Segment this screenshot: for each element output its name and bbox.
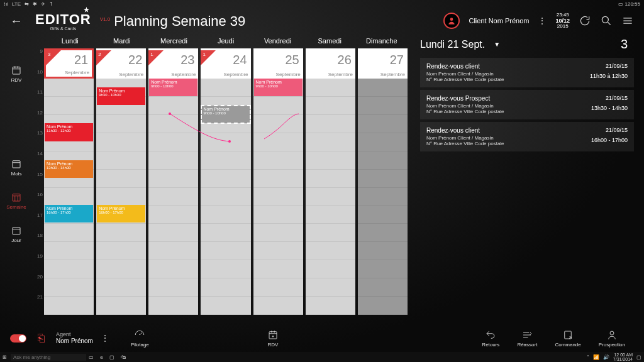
sidebar-rdv[interactable]: RDV bbox=[11, 65, 22, 83]
store-icon[interactable]: 🛍 bbox=[121, 354, 126, 360]
footer-prospection[interactable]: Prospection bbox=[599, 329, 625, 348]
detail-panel: Lundi 21 Sept.▼ 3 Rendez-vous clientNom … bbox=[413, 33, 644, 315]
footer-retours[interactable]: Retours bbox=[482, 329, 499, 348]
svg-point-0 bbox=[450, 18, 453, 21]
bookmark-icon[interactable]: ⎗ bbox=[38, 332, 45, 345]
client-menu[interactable]: ⋮ bbox=[538, 16, 547, 26]
day-header-cell[interactable]: 222Septembre bbox=[96, 48, 146, 79]
calendar-event[interactable]: Nom Prénom16h00 - 17h00 bbox=[45, 205, 93, 222]
tray-volume-icon[interactable]: 🔊 bbox=[603, 354, 609, 360]
sidebar: RDV Mois Semaine Jour bbox=[0, 33, 33, 315]
footer: ⎗ Agent Nom Prénom ⋮ Pilotage RDV Retour… bbox=[0, 324, 644, 352]
task-view-icon[interactable]: ▭ bbox=[89, 354, 94, 360]
footer-commande[interactable]: Commande bbox=[555, 329, 580, 348]
tray-up-icon[interactable]: ˄ bbox=[587, 354, 589, 360]
day-column[interactable]: 222SeptembreNom Prénom9h30 - 10h30Nom Pr… bbox=[96, 48, 146, 315]
day-column[interactable]: 321SeptembreNom Prénom11h30 - 12h30Nom P… bbox=[44, 48, 94, 315]
hour-labels: 9101112131415161718192021 bbox=[33, 48, 44, 315]
footer-pilotage[interactable]: Pilotage bbox=[131, 329, 149, 348]
taskbar-clock[interactable]: 12 00 AM7/31/2014 bbox=[613, 353, 633, 361]
svg-point-1 bbox=[602, 17, 608, 23]
sidebar-mois[interactable]: Mois bbox=[11, 158, 22, 177]
day-column[interactable]: 27Septembre bbox=[358, 48, 408, 315]
cortana-search[interactable] bbox=[11, 354, 86, 361]
calendar: LundiMardiMercrediJeudiVendrediSamediDim… bbox=[33, 33, 413, 315]
page-title: Planning Semaine 39 bbox=[114, 13, 245, 30]
day-column[interactable]: 26Septembre bbox=[306, 48, 355, 315]
day-headers: LundiMardiMercrediJeudiVendrediSamediDim… bbox=[33, 33, 408, 48]
day-header-cell[interactable]: 321Septembre bbox=[44, 48, 94, 79]
svg-rect-5 bbox=[13, 228, 20, 234]
header-date: 23:4510/122015 bbox=[555, 13, 570, 30]
day-header: Jeudi bbox=[200, 33, 252, 48]
client-avatar[interactable] bbox=[443, 13, 460, 29]
chevron-down-icon: ▼ bbox=[494, 41, 500, 48]
day-column[interactable]: 25SeptembreNom Prénom9h00 - 10h00 bbox=[253, 48, 303, 315]
day-header: Mardi bbox=[96, 33, 148, 48]
app-header: ← EDITOR★ Gifts & Cards V1.0 Planning Se… bbox=[0, 8, 644, 33]
appointment-item[interactable]: Rendez-vous clientNom Prénom Client / Ma… bbox=[420, 122, 634, 151]
hamburger-icon[interactable] bbox=[621, 14, 634, 27]
appointment-item[interactable]: Rendez-vous ProspectNom Prénom Client / … bbox=[420, 90, 634, 119]
footer-reassort[interactable]: Réassort bbox=[517, 329, 537, 348]
day-column[interactable]: 124SeptembreNom Prénom9h00 - 10h00 bbox=[201, 48, 250, 315]
day-column[interactable]: 123SeptembreNom Prénom9h00 - 10h00 bbox=[148, 48, 198, 315]
refresh-icon[interactable] bbox=[579, 14, 591, 27]
start-button[interactable]: ⊞ bbox=[3, 354, 7, 360]
sidebar-jour[interactable]: Jour bbox=[11, 225, 22, 243]
device-statusbar: ⁞ılLTE⇆✱✈⤒ ▭ 120:55 bbox=[0, 0, 644, 8]
logo: EDITOR★ Gifts & Cards bbox=[35, 11, 91, 31]
back-button[interactable]: ← bbox=[10, 14, 23, 28]
agent-menu[interactable]: ⋮ bbox=[101, 333, 109, 343]
client-name[interactable]: Client Nom Prénom bbox=[469, 17, 529, 25]
svg-rect-8 bbox=[269, 331, 277, 338]
calendar-event[interactable]: Nom Prénom9h00 - 10h00 bbox=[149, 79, 197, 96]
version-label: V1.0 bbox=[100, 16, 110, 22]
windows-taskbar: ⊞ ▭ e ▢ 🛍 ˄ 📶 🔊 12 00 AM7/31/2014 ▢ bbox=[0, 352, 644, 362]
tray-network-icon[interactable]: 📶 bbox=[593, 354, 599, 360]
day-header-cell[interactable]: 124Septembre bbox=[201, 48, 250, 79]
day-header-cell[interactable]: 25Septembre bbox=[253, 48, 303, 79]
agent-block[interactable]: Agent Nom Prénom bbox=[56, 332, 93, 345]
tray-notifications-icon[interactable]: ▢ bbox=[636, 354, 641, 360]
calendar-event[interactable]: Nom Prénom9h30 - 10h30 bbox=[97, 87, 145, 105]
day-header-cell[interactable]: 27Septembre bbox=[358, 48, 408, 79]
explorer-icon[interactable]: ▢ bbox=[109, 354, 114, 360]
day-columns: 321SeptembreNom Prénom11h30 - 12h30Nom P… bbox=[44, 48, 408, 315]
edge-icon[interactable]: e bbox=[100, 354, 103, 360]
day-header-cell[interactable]: 123Septembre bbox=[148, 48, 198, 79]
calendar-event[interactable]: Nom Prénom9h00 - 10h00 bbox=[201, 106, 250, 123]
svg-rect-4 bbox=[13, 194, 20, 201]
day-header: Mercredi bbox=[148, 33, 200, 48]
footer-toggle[interactable] bbox=[10, 334, 26, 343]
search-icon[interactable] bbox=[600, 14, 613, 27]
day-header: Samedi bbox=[304, 33, 356, 48]
panel-count: 3 bbox=[621, 37, 628, 52]
panel-date-picker[interactable]: Lundi 21 Sept.▼ bbox=[420, 39, 500, 50]
calendar-event[interactable]: Nom Prénom11h30 - 12h30 bbox=[45, 123, 93, 141]
calendar-event[interactable]: Nom Prénom13h30 - 14h30 bbox=[45, 160, 93, 178]
svg-rect-2 bbox=[13, 67, 20, 74]
footer-rdv[interactable]: RDV bbox=[267, 329, 279, 348]
calendar-event[interactable]: Nom Prénom16h00 - 17h00 bbox=[97, 205, 145, 222]
day-header-cell[interactable]: 26Septembre bbox=[306, 48, 355, 79]
day-header: Vendredi bbox=[252, 33, 304, 48]
calendar-event[interactable]: Nom Prénom9h00 - 10h00 bbox=[254, 79, 303, 96]
svg-point-10 bbox=[610, 331, 614, 335]
appointment-item[interactable]: Rendez-vous clientNom Prénom Client / Ma… bbox=[420, 58, 634, 87]
day-header: Lundi bbox=[44, 33, 96, 48]
day-header: Dimanche bbox=[355, 33, 408, 48]
sidebar-semaine[interactable]: Semaine bbox=[6, 192, 26, 210]
